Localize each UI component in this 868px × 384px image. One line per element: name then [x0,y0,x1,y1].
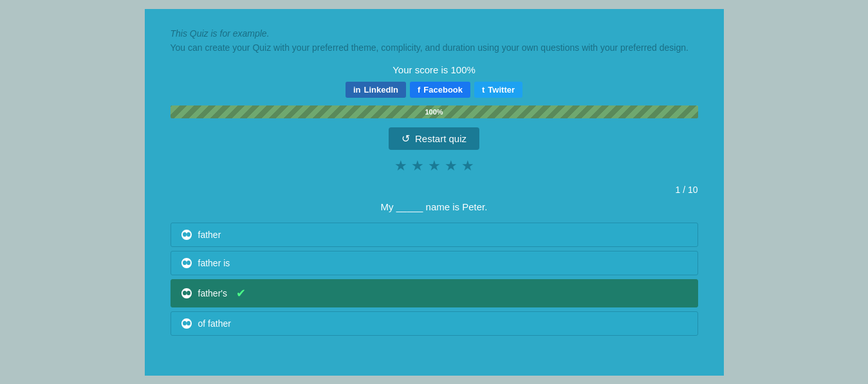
facebook-label: Facebook [423,85,463,95]
option-label-father-is: father is [198,258,230,268]
star-1: ★ [394,158,407,174]
option-father[interactable]: father [171,223,698,247]
intro-italic: This Quiz is for example. [171,28,698,39]
twitter-icon: t [482,85,485,95]
option-label-of-father: of father [198,318,231,329]
quiz-container: This Quiz is for example. You can create… [145,9,724,376]
restart-icon: ↺ [402,133,410,145]
facebook-button[interactable]: f Facebook [410,82,470,98]
progress-bar: 100% [171,105,698,118]
option-radio-of-father [181,318,192,329]
star-2: ★ [411,158,424,174]
question-section: 1 / 10 My _____ name is Peter. father fa… [171,185,698,336]
option-label-fathers: father's [198,288,227,298]
option-father-is[interactable]: father is [171,251,698,275]
correct-check-icon: ✔ [236,286,246,300]
facebook-icon: f [418,85,420,95]
share-buttons: in LinkedIn f Facebook t Twitter [171,82,698,98]
question-counter: 1 / 10 [171,185,698,195]
star-5: ★ [461,158,474,174]
intro-desc: You can create your Quiz with your prefe… [171,42,698,53]
star-4: ★ [445,158,457,174]
progress-label: 100% [425,108,443,116]
stars-rating: ★ ★ ★ ★ ★ [171,158,698,174]
twitter-button[interactable]: t Twitter [474,82,522,98]
option-radio-fathers [181,288,192,298]
restart-label: Restart quiz [415,133,466,144]
options-list: father father is father's ✔ of father [171,223,698,336]
star-3: ★ [428,158,441,174]
option-fathers[interactable]: father's ✔ [171,279,698,307]
option-radio-father [181,230,192,240]
score-label: Your score is 100% [171,64,698,75]
option-of-father[interactable]: of father [171,311,698,336]
twitter-label: Twitter [488,85,515,95]
linkedin-button[interactable]: in LinkedIn [346,82,406,98]
linkedin-label: LinkedIn [364,85,398,95]
restart-button[interactable]: ↺ Restart quiz [389,127,479,150]
score-section: Your score is 100% in LinkedIn f Faceboo… [171,64,698,174]
option-label-father: father [198,230,221,240]
question-text: My _____ name is Peter. [171,201,698,212]
linkedin-icon: in [353,85,361,95]
option-radio-father-is [181,258,192,268]
